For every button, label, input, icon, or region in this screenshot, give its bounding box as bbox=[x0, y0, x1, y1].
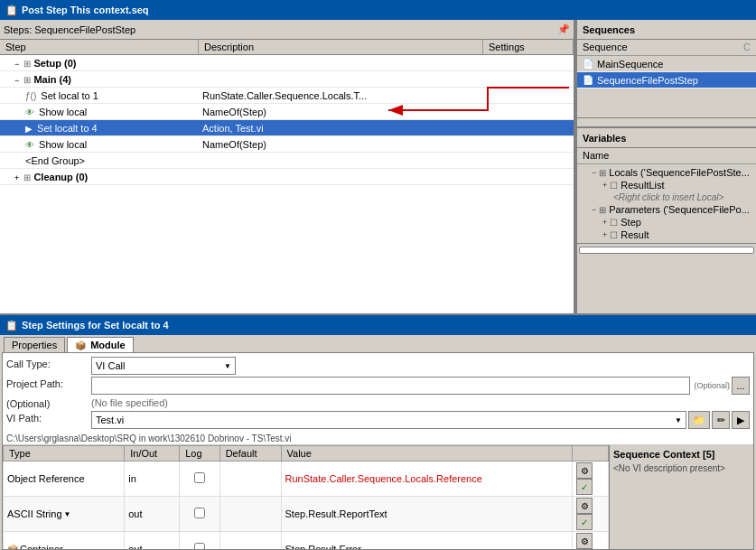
step-desc bbox=[199, 176, 483, 178]
vi-full-path: C:\Users\grglasna\Desktop\SRQ in work\13… bbox=[3, 433, 753, 444]
seq-list[interactable]: 📄 MainSequence 📄 SequenceFilePostStep bbox=[577, 56, 756, 117]
params-table-container[interactable]: Type In/Out Log Default Value Ob bbox=[3, 445, 609, 549]
step-desc: NameOf(Step) bbox=[199, 138, 483, 151]
vi-path-value: Test.vi ▼ 📁 ✏ ▶ bbox=[91, 411, 750, 429]
vi-path-run-btn[interactable]: ▶ bbox=[732, 411, 750, 429]
tab-module[interactable]: 📦 Module bbox=[67, 337, 134, 352]
optional-value: (No file specified) bbox=[91, 396, 750, 409]
side-panel-text: <No VI description present> bbox=[613, 463, 750, 473]
var-hint-text: <Right click to insert Local> bbox=[613, 192, 723, 202]
table-row[interactable]: <End Group> bbox=[0, 153, 574, 169]
table-row[interactable]: − ⊞ Setup (0) bbox=[0, 55, 574, 71]
var-item-result[interactable]: + ☐ Result bbox=[577, 228, 756, 241]
chevron-down-icon: ▼ bbox=[675, 416, 682, 424]
col-value: Value bbox=[281, 446, 572, 461]
param-log[interactable] bbox=[180, 497, 219, 532]
var-icon-box: ☐ bbox=[610, 230, 618, 240]
pin-icon[interactable]: 📌 bbox=[557, 23, 570, 35]
col-actions bbox=[573, 446, 609, 461]
var-item-step[interactable]: + ☐ Step bbox=[577, 216, 756, 228]
vi-path-dropdown[interactable]: Test.vi ▼ bbox=[91, 411, 686, 429]
table-row[interactable]: − ⊞ Main (4) bbox=[0, 71, 574, 88]
log-checkbox[interactable] bbox=[194, 508, 205, 518]
param-value: RunState.Caller.Sequence.Locals.Referenc… bbox=[281, 461, 572, 497]
vi-path-browse-btn[interactable]: 📁 bbox=[688, 411, 710, 429]
seq-item-postStep[interactable]: 📄 SequenceFilePostStep bbox=[577, 72, 756, 89]
col-inout: In/Out bbox=[125, 446, 180, 461]
var-icon-box: ☐ bbox=[610, 218, 618, 228]
col-headers: Step Description Settings bbox=[0, 40, 574, 55]
var-label: ResultList bbox=[621, 180, 664, 191]
step-desc bbox=[199, 160, 483, 162]
project-path-browse-btn[interactable]: ... bbox=[732, 377, 750, 395]
table-row-selected[interactable]: ▶ Set localt to 4 Action, Test.vi bbox=[0, 120, 574, 136]
bottom-tabs: Properties 📦 Module bbox=[0, 335, 756, 352]
step-name: − ⊞ Setup (0) bbox=[0, 57, 199, 70]
var-group-params[interactable]: − ⊞ Parameters ('SequenceFilePo... bbox=[577, 203, 756, 216]
var-icon-locals: ⊞ bbox=[599, 168, 606, 178]
type-dropdown[interactable]: ASCII String ▼ bbox=[7, 508, 120, 519]
seq-col-header: Sequence C bbox=[577, 40, 756, 56]
param-browse-btn[interactable]: ⚙ bbox=[576, 498, 593, 514]
variables-header: Variables bbox=[577, 128, 756, 148]
expand-icon[interactable]: + bbox=[602, 181, 607, 190]
step-name: ▶ Set localt to 4 bbox=[0, 122, 199, 135]
seq-item-main[interactable]: 📄 MainSequence bbox=[577, 56, 756, 72]
tab-properties[interactable]: Properties bbox=[4, 337, 65, 352]
table-row[interactable]: 👁 Show local NameOf(Step) bbox=[0, 104, 574, 120]
param-value: Step.Result.Error bbox=[281, 532, 572, 550]
expand-icon[interactable]: − bbox=[592, 168, 596, 177]
seq-file-icon: 📄 bbox=[583, 75, 593, 85]
expand-icon[interactable]: + bbox=[14, 173, 19, 182]
expand-icon[interactable]: − bbox=[592, 205, 596, 214]
param-check-btn[interactable]: ✓ bbox=[576, 479, 593, 495]
step-desc bbox=[199, 79, 483, 80]
expand-icon[interactable]: + bbox=[602, 230, 607, 239]
expand-icon[interactable]: − bbox=[14, 60, 19, 69]
sequences-title: Sequences bbox=[583, 24, 635, 35]
optional-text: (No file specified) bbox=[91, 397, 168, 408]
var-label: Step bbox=[621, 217, 641, 228]
expand-icon[interactable]: − bbox=[14, 76, 19, 85]
param-row[interactable]: ASCII String ▼ out Step.Result.ReportTex… bbox=[4, 497, 609, 532]
expand-icon[interactable]: + bbox=[602, 218, 607, 227]
chevron-down-icon: ▼ bbox=[224, 362, 231, 370]
var-label: Parameters ('SequenceFilePo... bbox=[609, 204, 750, 215]
table-row[interactable]: + ⊞ Cleanup (0) bbox=[0, 169, 574, 185]
bottom-title-text: Step Settings for Set localt to 4 bbox=[22, 320, 169, 331]
seq-col-extra[interactable]: C bbox=[743, 42, 751, 52]
log-checkbox[interactable] bbox=[194, 472, 205, 483]
chevron-down-icon: ▼ bbox=[64, 510, 71, 518]
var-item-resultlist[interactable]: + ☐ ResultList bbox=[577, 179, 756, 191]
param-log[interactable] bbox=[180, 461, 219, 497]
table-row[interactable]: 👁 Show local NameOf(Step) bbox=[0, 136, 574, 153]
param-browse-btn[interactable]: ⚙ bbox=[576, 533, 593, 549]
param-log[interactable] bbox=[180, 532, 219, 550]
param-default bbox=[219, 461, 281, 497]
var-group-locals[interactable]: − ⊞ Locals ('SequenceFilePostSte... bbox=[577, 166, 756, 179]
param-actions: ⚙ ✓ bbox=[573, 497, 609, 532]
param-actions: ⚙ ✓ bbox=[573, 461, 609, 497]
tab-properties-label: Properties bbox=[12, 340, 57, 350]
container-icon: 📦 bbox=[7, 545, 18, 550]
vi-path-edit-btn[interactable]: ✏ bbox=[712, 411, 730, 429]
title-bar: 📋 Post Step This context.seq bbox=[0, 0, 756, 20]
seq-item-label: MainSequence bbox=[597, 59, 663, 70]
steps-table[interactable]: − ⊞ Setup (0) − ⊞ Main (4) bbox=[0, 55, 574, 313]
seq-scrollbar[interactable] bbox=[577, 117, 756, 126]
param-browse-btn[interactable]: ⚙ bbox=[576, 462, 593, 479]
project-path-input[interactable] bbox=[91, 377, 690, 395]
tab-module-label: Module bbox=[90, 340, 126, 350]
param-check-btn[interactable]: ✓ bbox=[576, 514, 593, 530]
step-name: <End Group> bbox=[0, 154, 199, 167]
param-row[interactable]: Object Reference in RunState.Caller.Sequ… bbox=[4, 461, 609, 497]
call-type-dropdown[interactable]: VI Call ▼ bbox=[91, 357, 236, 375]
param-row[interactable]: 📦 Container out Step.Result.Error ⚙ bbox=[4, 532, 609, 550]
var-icon-params: ⊞ bbox=[599, 205, 606, 215]
step-settings bbox=[483, 111, 574, 113]
scrollbar-track[interactable] bbox=[579, 247, 754, 254]
log-checkbox[interactable] bbox=[194, 543, 205, 549]
table-row[interactable]: ƒ() Set local to 1 RunState.Caller.Seque… bbox=[0, 88, 574, 104]
var-scrollbar[interactable] bbox=[577, 243, 756, 256]
param-inout: in bbox=[125, 461, 180, 497]
